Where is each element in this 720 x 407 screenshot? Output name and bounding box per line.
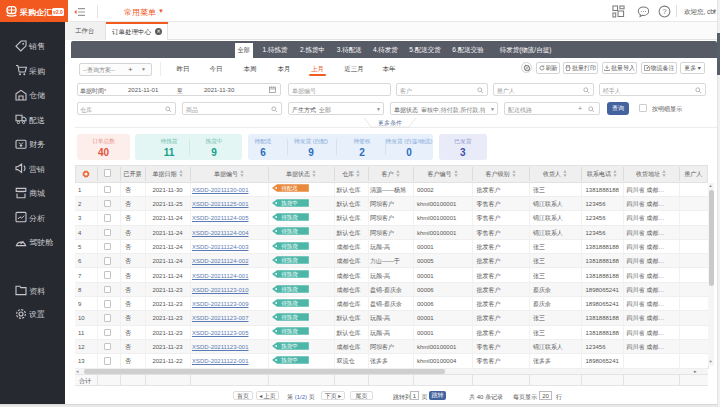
svg-text:待拣货: 待拣货 [281, 242, 298, 249]
svg-text:待拣货: 待拣货 [281, 228, 298, 235]
svg-text:待拣货: 待拣货 [281, 300, 298, 307]
svg-text:待配送: 待配送 [281, 185, 298, 192]
svg-text:拣货中: 拣货中 [280, 200, 298, 206]
svg-text:待拣货: 待拣货 [281, 214, 298, 221]
svg-text:待拣货: 待拣货 [281, 314, 298, 321]
svg-text:?: ? [662, 7, 666, 16]
svg-text:更多条件: 更多条件 [378, 120, 402, 126]
svg-text:待拣货: 待拣货 [281, 285, 298, 292]
svg-text:待拣货: 待拣货 [281, 271, 298, 278]
svg-text:拣货中: 拣货中 [280, 357, 298, 363]
svg-text:拣货中: 拣货中 [280, 343, 298, 349]
svg-text:待拣货: 待拣货 [281, 328, 298, 335]
svg-text:待拣货: 待拣货 [281, 257, 298, 264]
